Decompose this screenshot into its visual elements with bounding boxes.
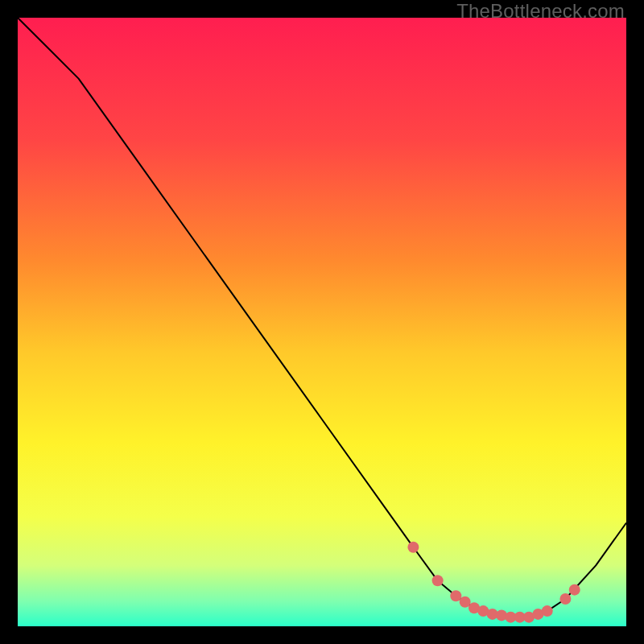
marker-point — [407, 542, 419, 553]
plot-marker-layer — [18, 18, 626, 626]
marker-point — [432, 575, 444, 586]
marker-point — [559, 593, 571, 605]
chart-stage: TheBottleneck.com — [0, 0, 644, 644]
plot-area — [18, 18, 626, 626]
watermark-text: TheBottleneck.com — [456, 0, 625, 23]
marker-point — [569, 584, 580, 596]
marker-point — [542, 605, 553, 617]
